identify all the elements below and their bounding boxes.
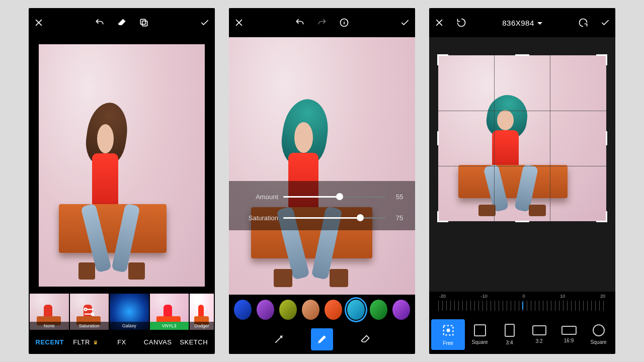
eraser-icon[interactable] (354, 328, 376, 350)
slider-panel: Amount55Saturation75 (229, 181, 415, 230)
ratio-free[interactable]: Free (431, 319, 465, 350)
layers-icon[interactable] (139, 18, 149, 28)
tool-row (229, 325, 415, 354)
reset-icon[interactable] (456, 18, 466, 28)
photo-preview (229, 37, 415, 295)
close-icon[interactable] (234, 18, 244, 28)
tab-canvas[interactable]: CANVAS (140, 338, 176, 346)
crop-handle-tr[interactable] (596, 54, 607, 65)
ruler-label: -10 (481, 294, 488, 299)
slider-saturation[interactable]: Saturation75 (236, 207, 408, 228)
straighten-ruler[interactable]: -20-1001020 (429, 292, 615, 315)
effect-strip: NoneSaturationGalaxyVNYL3Dodger (29, 294, 215, 330)
ratio-label: 3:4 (506, 340, 513, 345)
canvas[interactable] (29, 37, 215, 294)
close-icon[interactable] (434, 18, 444, 28)
redo-rotate-icon[interactable] (578, 18, 588, 28)
color-swatch-3[interactable] (302, 300, 319, 320)
color-swatch-7[interactable] (392, 300, 410, 320)
effect-dodger[interactable]: Dodger (190, 294, 214, 330)
phone-brush: Amount55Saturation75 (229, 8, 415, 354)
ruler-label: 20 (600, 294, 605, 299)
ratio-label: Square (590, 339, 606, 345)
toolbar (29, 8, 215, 37)
info-icon[interactable] (339, 18, 349, 28)
ratio-16-9[interactable]: 16:9 (554, 326, 584, 343)
tab-fx[interactable]: FX (104, 338, 140, 346)
crop-grid[interactable] (438, 55, 606, 221)
color-swatch-5[interactable] (347, 300, 365, 320)
slider-amount[interactable]: Amount55 (236, 186, 408, 207)
color-swatch-0[interactable] (234, 300, 252, 320)
crop-handle-bottom[interactable] (515, 221, 529, 222)
ruler-label: 0 (522, 294, 525, 299)
svg-point-3 (92, 313, 94, 315)
phone-crop: 836X984 (429, 8, 615, 354)
effect-none[interactable]: None (30, 294, 69, 330)
confirm-icon[interactable] (600, 18, 610, 28)
crop-handle-tl[interactable] (437, 54, 448, 65)
effect-vnyl3[interactable]: VNYL3 (150, 294, 189, 330)
magic-wand-icon[interactable] (268, 328, 290, 350)
svg-rect-0 (140, 19, 145, 24)
ratio-square[interactable]: Square (465, 324, 495, 345)
slider-label: Saturation (236, 214, 278, 222)
tab-recent[interactable]: RECENT (32, 338, 68, 346)
ratio-3-4[interactable]: 3:4 (495, 324, 524, 345)
canvas[interactable] (429, 37, 615, 292)
tab-sketch[interactable]: SKETCH (176, 338, 212, 346)
crop-handle-top[interactable] (515, 54, 529, 56)
crop-area[interactable] (438, 55, 606, 221)
eraser-icon[interactable] (117, 18, 127, 28)
svg-rect-1 (142, 21, 147, 26)
toolbar (229, 8, 415, 37)
ruler-label: -20 (439, 294, 446, 299)
photo-preview (39, 44, 205, 287)
undo-icon[interactable] (295, 18, 305, 28)
slider-value: 75 (391, 214, 408, 222)
redo-icon[interactable] (317, 18, 327, 28)
category-tabs: RECENTFLTR ♛FXCANVASSKETCH (29, 330, 215, 354)
slider-label: Amount (236, 193, 278, 201)
confirm-icon[interactable] (200, 18, 210, 28)
undo-icon[interactable] (95, 18, 105, 28)
color-swatch-4[interactable] (325, 300, 342, 320)
toolbar: 836X984 (429, 8, 615, 37)
ratio-label: 3:2 (536, 338, 543, 344)
close-icon[interactable] (34, 18, 44, 28)
slider-value: 55 (391, 193, 408, 201)
effect-galaxy[interactable]: Galaxy (110, 294, 149, 330)
svg-point-6 (447, 329, 449, 331)
effect-saturation[interactable]: Saturation (70, 294, 109, 330)
crop-handle-bl[interactable] (437, 211, 448, 222)
crop-handle-br[interactable] (596, 211, 607, 222)
aspect-ratio-row: FreeSquare3:43:216:9Square (429, 315, 615, 354)
color-swatches (229, 295, 415, 325)
color-swatch-2[interactable] (279, 300, 297, 320)
crop-handle-left[interactable] (437, 131, 439, 145)
svg-point-2 (85, 308, 87, 311)
color-swatch-6[interactable] (370, 300, 387, 320)
confirm-icon[interactable] (400, 18, 410, 28)
phone-effects: NoneSaturationGalaxyVNYL3Dodger RECENTFL… (29, 8, 215, 354)
color-swatch-1[interactable] (257, 300, 274, 320)
brush-icon[interactable] (311, 328, 333, 350)
ratio-label: Square (471, 339, 488, 345)
ratio-label: 16:9 (564, 338, 574, 343)
ratio-square[interactable]: Square (584, 324, 613, 345)
ruler-label: 10 (560, 294, 565, 299)
tab-fltr[interactable]: FLTR ♛ (68, 338, 104, 346)
canvas[interactable]: Amount55Saturation75 (229, 37, 415, 295)
ratio-label: Free (443, 340, 453, 346)
crop-handle-right[interactable] (606, 131, 607, 145)
ratio-3-2[interactable]: 3:2 (524, 325, 554, 344)
crop-dimensions[interactable]: 836X984 (502, 19, 542, 27)
